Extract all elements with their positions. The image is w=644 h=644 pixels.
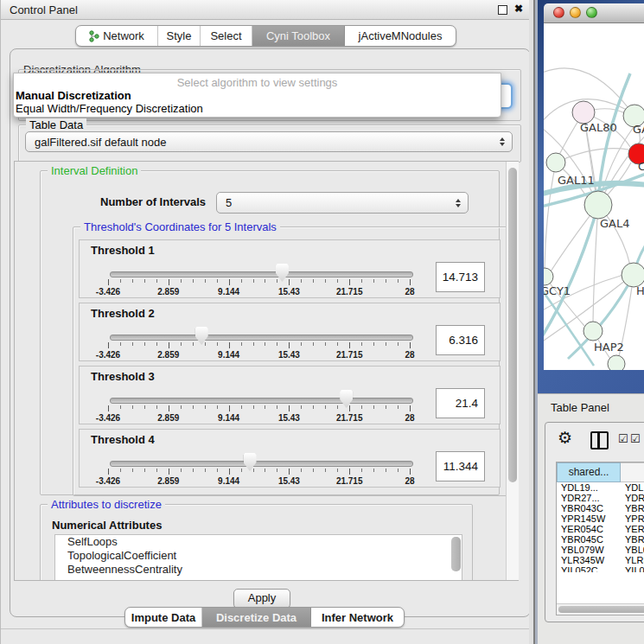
- zoom-traffic-light-icon[interactable]: [586, 7, 597, 18]
- threshold-value-field[interactable]: 21.4: [436, 388, 485, 418]
- network-node[interactable]: [546, 153, 565, 172]
- table-row[interactable]: YDL19...YDL1: [557, 482, 644, 493]
- threshold-box: Threshold 3 -3.4262.8599.14415.4321.7152…: [79, 366, 501, 424]
- tab-discretize-data[interactable]: Discretize Data: [202, 608, 311, 627]
- table-row[interactable]: YDR27...YDR2: [557, 493, 644, 503]
- threshold-slider[interactable]: [110, 461, 413, 467]
- close-icon[interactable]: ✖: [514, 3, 523, 15]
- horizontal-scrollbar[interactable]: [557, 603, 644, 615]
- slider-tick: [265, 279, 265, 283]
- table-row[interactable]: YLR345WYLR3: [557, 555, 644, 565]
- threshold-value-field[interactable]: 11.344: [436, 451, 485, 481]
- network-node[interactable]: [622, 263, 644, 287]
- cell-shared-name: YDL19...: [557, 482, 621, 493]
- slider-tick: [193, 405, 194, 409]
- table-row[interactable]: YBR045CYBR0: [557, 534, 644, 545]
- dropdown-option-equal-width-frequency[interactable]: Equal Width/Frequency Discretization: [16, 102, 203, 115]
- slider-tick: [265, 405, 265, 409]
- attribute-list-item[interactable]: BetweennessCentrality: [55, 563, 462, 577]
- number-of-intervals-combo[interactable]: 5: [216, 192, 469, 214]
- network-node[interactable]: [584, 191, 612, 219]
- column-header-shared-name[interactable]: shared...: [557, 462, 621, 482]
- slider-tick: [277, 405, 277, 409]
- slider-tick: [108, 469, 109, 475]
- slider-tick: [301, 469, 302, 472]
- slider-tick: [373, 279, 374, 283]
- threshold-slider[interactable]: [110, 271, 413, 277]
- slider-tick: [361, 469, 362, 472]
- tab-cyni-toolbox[interactable]: Cyni Toolbox: [252, 26, 345, 46]
- slider-tick: [373, 405, 374, 409]
- cell-name: YBR0: [621, 503, 644, 513]
- network-edge[interactable]: [556, 149, 628, 163]
- vertical-scrollbar-thumb[interactable]: [508, 168, 517, 482]
- attribute-list-item[interactable]: TopologicalCoefficient: [55, 549, 462, 563]
- slider-tick: [144, 405, 145, 409]
- gear-icon[interactable]: ⚙: [558, 428, 572, 448]
- slider-tick: [277, 342, 277, 346]
- list-scrollbar[interactable]: [451, 537, 461, 571]
- threshold-slider[interactable]: [110, 398, 413, 404]
- attribute-list-item[interactable]: SelfLoops: [55, 535, 462, 549]
- network-edge[interactable]: [545, 163, 556, 269]
- minimize-traffic-light-icon[interactable]: [570, 7, 581, 18]
- tab-infer-network[interactable]: Infer Network: [311, 608, 404, 627]
- checkbox-checked-icon[interactable]: ☑: [618, 432, 628, 445]
- threshold-value-field[interactable]: 14.713: [436, 262, 485, 292]
- slider-tick: [410, 469, 411, 475]
- tab-style-label: Style: [167, 29, 192, 42]
- threshold-box: Threshold 4 -3.4262.8599.14415.4321.7152…: [79, 429, 501, 488]
- slider-tick: [361, 342, 362, 346]
- threshold-title: Threshold 1: [91, 244, 155, 257]
- slider-tick: [241, 469, 242, 472]
- slider-tick: [398, 405, 399, 409]
- tab-infer-network-label: Infer Network: [322, 611, 393, 624]
- slider-tick: [277, 469, 277, 472]
- float-window-icon[interactable]: [498, 5, 507, 15]
- panel-divider[interactable]: [529, 0, 538, 644]
- column-layout-icon[interactable]: [590, 431, 609, 450]
- slider-tick: [301, 342, 302, 346]
- numerical-attributes-list: SelfLoopsTopologicalCoefficientBetweenne…: [54, 534, 462, 581]
- network-canvas[interactable]: GAL80GALCGAL11GAL4GCY1HHAP2: [544, 23, 644, 370]
- tab-jactivemnodules-label: jActiveMNodules: [359, 29, 443, 42]
- slider-tick: [217, 405, 218, 409]
- slider-tick: [361, 279, 362, 283]
- table-row[interactable]: YIL052CYIL0: [557, 565, 644, 572]
- network-window-titlebar[interactable]: [544, 3, 644, 23]
- horizontal-scrollbar-thumb[interactable]: [558, 606, 644, 613]
- slider-tick: [169, 279, 169, 285]
- slider-tick: [205, 342, 206, 346]
- dropdown-option-manual-discretization[interactable]: Manual Discretization: [16, 89, 131, 102]
- panel-bottom-divider: [1, 628, 535, 629]
- close-traffic-light-icon[interactable]: [553, 7, 564, 18]
- algorithm-dropdown-popup: Select algorithm to view settings Manual…: [13, 73, 501, 118]
- cell-shared-name: YDR27...: [557, 493, 621, 503]
- table-panel: Table Panel ⚙ ☑ ☑ shared... n YDL19...YD…: [538, 393, 644, 644]
- column-header-name[interactable]: n: [621, 462, 644, 482]
- table-row[interactable]: YPR145WYPR1: [557, 513, 644, 524]
- tab-select[interactable]: Select: [201, 26, 252, 46]
- table-data-combo[interactable]: galFiltered.sif default node: [25, 131, 513, 152]
- slider-tick: [265, 469, 265, 472]
- tab-impute-data[interactable]: Impute Data: [125, 608, 202, 627]
- table-panel-body: ⚙ ☑ ☑ shared... n YDL19...YDL1YDR27...YD…: [545, 422, 644, 622]
- slider-tick: [289, 469, 290, 475]
- threshold-value-field[interactable]: 6.316: [436, 325, 485, 355]
- tab-network[interactable]: Network: [76, 26, 158, 46]
- slider-tick: [398, 342, 399, 346]
- threshold-slider[interactable]: [110, 335, 413, 341]
- table-row[interactable]: YER054CYER0: [557, 524, 644, 534]
- network-node[interactable]: [608, 355, 625, 370]
- network-node[interactable]: [583, 322, 603, 341]
- checkbox-checked-icon[interactable]: ☑: [630, 432, 641, 445]
- apply-button[interactable]: Apply: [233, 589, 290, 609]
- tab-style[interactable]: Style: [158, 26, 201, 46]
- slider-tick: [229, 342, 230, 348]
- table-row[interactable]: YBR043CYBR0: [557, 503, 644, 513]
- tab-jactivemnodules[interactable]: jActiveMNodules: [345, 26, 456, 46]
- vertical-scrollbar[interactable]: [506, 162, 519, 580]
- table-row[interactable]: YBL079WYBL0: [557, 545, 644, 555]
- slider-tick-label: 15.43: [278, 476, 300, 486]
- settings-viewport: Interval Definition Number of Intervals …: [14, 161, 519, 581]
